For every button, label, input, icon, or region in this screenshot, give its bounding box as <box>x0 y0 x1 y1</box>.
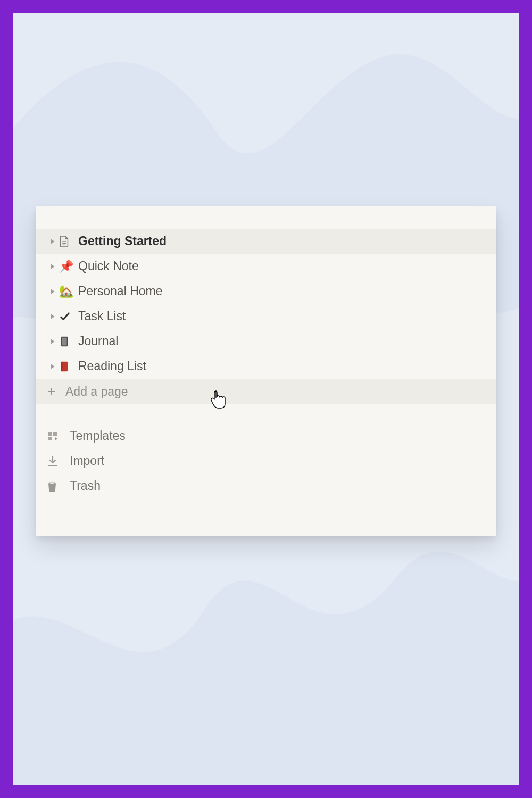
page-label: Personal Home <box>77 284 163 298</box>
expand-toggle-icon[interactable] <box>46 338 59 345</box>
expand-toggle-icon[interactable] <box>46 238 59 245</box>
page-label: Getting Started <box>77 234 167 248</box>
sidebar-page-reading-list[interactable]: Reading List <box>36 354 496 379</box>
svg-rect-4 <box>62 337 67 346</box>
svg-point-11 <box>49 482 55 484</box>
page-label: Quick Note <box>77 259 139 273</box>
utility-label: Templates <box>70 429 126 443</box>
utility-section: Templates Import Trash <box>36 404 496 536</box>
sidebar-import[interactable]: Import <box>36 448 496 473</box>
expand-toggle-icon[interactable] <box>46 263 59 270</box>
sidebar-trash[interactable]: Trash <box>36 473 496 498</box>
sidebar-panel: Getting Started 📌 Quick Note 🏡 Personal … <box>36 206 496 536</box>
panel-padding <box>36 206 496 229</box>
expand-toggle-icon[interactable] <box>46 313 59 320</box>
plus-icon <box>46 386 64 397</box>
pushpin-icon: 📌 <box>59 261 77 272</box>
page-label: Reading List <box>77 359 146 373</box>
add-page-button[interactable]: Add a page <box>36 379 496 404</box>
sidebar-page-journal[interactable]: Journal <box>36 329 496 354</box>
expand-toggle-icon[interactable] <box>46 288 59 295</box>
sidebar-page-getting-started[interactable]: Getting Started <box>36 229 496 254</box>
notebook-icon <box>59 336 77 347</box>
sidebar-page-personal-home[interactable]: 🏡 Personal Home <box>36 279 496 304</box>
utility-label: Import <box>70 454 104 468</box>
sidebar-templates[interactable]: Templates <box>36 423 496 448</box>
house-icon: 🏡 <box>59 286 77 297</box>
book-icon <box>59 361 77 372</box>
check-icon <box>59 311 77 322</box>
import-icon <box>46 455 70 468</box>
expand-toggle-icon[interactable] <box>46 363 59 370</box>
svg-rect-7 <box>61 361 63 371</box>
add-page-label: Add a page <box>64 385 128 399</box>
trash-icon <box>46 480 70 493</box>
background: Getting Started 📌 Quick Note 🏡 Personal … <box>13 13 519 785</box>
page-label: Task List <box>77 309 126 323</box>
sidebar-page-quick-note[interactable]: 📌 Quick Note <box>36 254 496 279</box>
sidebar-page-task-list[interactable]: Task List <box>36 304 496 329</box>
document-icon <box>59 236 77 247</box>
templates-icon <box>46 430 70 443</box>
utility-label: Trash <box>70 479 101 493</box>
page-label: Journal <box>77 334 118 348</box>
